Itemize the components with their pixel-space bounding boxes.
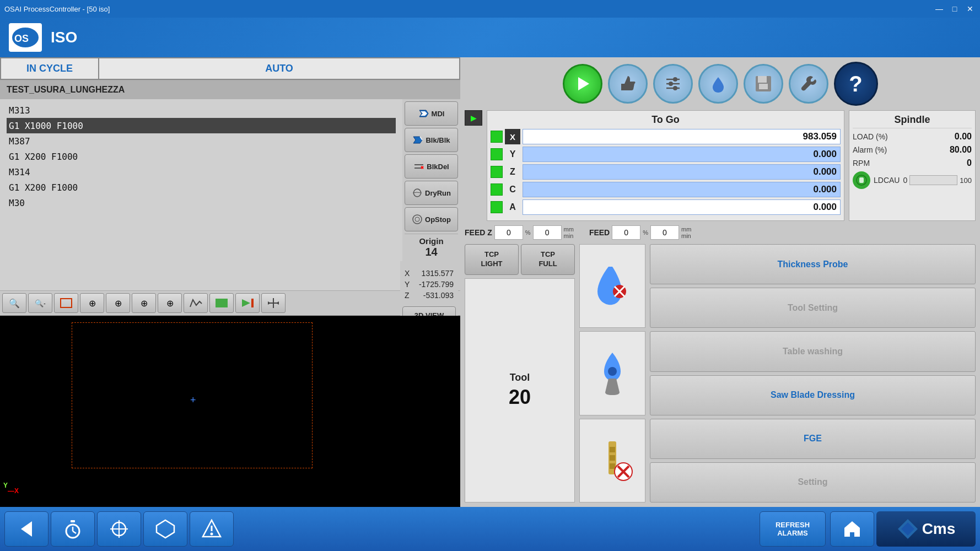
timer-icon	[63, 519, 83, 539]
svg-text:OS: OS	[14, 33, 29, 44]
cross-arrow-button[interactable]	[261, 293, 286, 313]
minimize-button[interactable]: —	[934, 3, 945, 14]
tcp-full-button[interactable]: TCP FULL	[521, 244, 575, 275]
help-button[interactable]: ?	[834, 62, 878, 106]
dry-run-button[interactable]: DryRun	[405, 181, 458, 205]
load-label: LOAD (%)	[853, 132, 888, 141]
close-button[interactable]: ✕	[965, 3, 976, 14]
feed-z-unit: mm min	[564, 226, 574, 239]
feed-val-input[interactable]: 0	[650, 225, 679, 240]
water-drop-button[interactable]	[698, 64, 738, 104]
taskbar: REFRESH ALARMS Cms	[0, 507, 980, 551]
alarm-row: Alarm (%) 80.00	[853, 145, 972, 155]
svg-point-24	[669, 82, 673, 86]
timer-button[interactable]	[51, 511, 95, 547]
thickness-probe-button[interactable]: Thickness Probe	[650, 244, 976, 284]
alert-button[interactable]	[190, 511, 234, 547]
blk-blk-label: Blk/Blk	[426, 136, 450, 144]
rect-select-button[interactable]	[54, 293, 78, 313]
tray-button[interactable]	[143, 511, 187, 547]
spindle-min: 0	[903, 176, 907, 185]
saw-blade-button[interactable]: Saw Blade Dressing	[650, 375, 976, 415]
tool-title: Tool	[510, 372, 530, 383]
rpm-value: 0	[939, 158, 972, 168]
back-button[interactable]	[4, 511, 49, 547]
dro-axis-value: 0.000	[523, 182, 841, 197]
coolant-icon-box[interactable]	[579, 244, 645, 328]
green-fill-button[interactable]	[209, 293, 234, 313]
tool-icon-box[interactable]	[579, 419, 645, 503]
feed-z-pct-input[interactable]: 0	[494, 225, 523, 240]
canvas-area: + Y —X	[0, 316, 460, 507]
main-area: IN CYCLE AUTO TEST_USURA_LUNGHEZZA M313G…	[0, 57, 980, 507]
home-button[interactable]	[830, 511, 874, 547]
op-stop-button[interactable]: OpStop	[405, 207, 458, 231]
blk-del-button[interactable]: BlkDel	[405, 154, 458, 179]
tool-setting-button[interactable]: Tool Setting	[650, 288, 976, 328]
maximize-button[interactable]: □	[949, 3, 960, 14]
fge-button[interactable]: FGE	[650, 419, 976, 459]
zoom-in-button[interactable]: 🔍	[2, 293, 26, 313]
svg-rect-38	[610, 455, 615, 461]
dro-green-indicator	[491, 166, 503, 178]
feed-z-val-input[interactable]: 0	[533, 225, 562, 240]
op-stop-label: OpStop	[425, 215, 451, 224]
pan-button[interactable]: ⊕	[132, 293, 156, 313]
logo-icon: OS	[12, 26, 39, 48]
bottom-panels: TCP LIGHT TCP FULL Tool 20	[465, 244, 976, 503]
svg-rect-7	[414, 168, 421, 169]
home-icon	[842, 519, 862, 539]
feed-pct-input[interactable]: 0	[612, 225, 640, 240]
dro-green-indicator	[491, 201, 503, 213]
refresh-alarms-button[interactable]: REFRESH ALARMS	[760, 511, 826, 547]
wrench-button[interactable]	[789, 64, 828, 104]
play-button[interactable]	[563, 64, 602, 104]
center-button[interactable]: ⊕	[80, 293, 104, 313]
dro-axes: X983.059Y0.000Z0.000C0.000A0.000	[491, 129, 841, 215]
dro-green-indicator	[491, 148, 503, 160]
program-name: TEST_USURA_LUNGHEZZA	[0, 80, 460, 99]
svg-marker-14	[242, 299, 250, 307]
thumbs-up-button[interactable]	[608, 64, 648, 104]
left-content: M313G1 X1000 F1000M387G1 X200 F1000M314G…	[0, 99, 460, 290]
dryrun-icon	[412, 187, 423, 198]
dro-axis-label: C	[505, 185, 520, 195]
top-buttons-row: ?	[465, 62, 976, 106]
svg-point-11	[415, 217, 419, 222]
setting-button[interactable]: Setting	[650, 462, 976, 503]
code-line: G1 X1000 F1000	[7, 118, 396, 133]
settings-sliders-button[interactable]	[653, 64, 693, 104]
code-line: G1 X200 F1000	[7, 149, 396, 164]
table-washing-button[interactable]: Table washing	[650, 331, 976, 371]
floppy-button[interactable]	[744, 64, 783, 104]
titlebar-controls: — □ ✕	[934, 3, 976, 14]
svg-rect-13	[216, 299, 228, 307]
z-coord-value: -531.093	[423, 291, 454, 300]
crosshair-button[interactable]	[97, 511, 141, 547]
arrow-right-button[interactable]	[235, 293, 260, 313]
x-coord-row: X 1315.577	[405, 268, 454, 279]
blk-blk-button[interactable]: Blk/Blk	[405, 128, 458, 152]
mdi-button[interactable]: MDI	[405, 101, 458, 126]
path-button[interactable]	[184, 293, 208, 313]
blk-del-label: BlkDel	[427, 163, 449, 171]
fit-button[interactable]: ⊕	[106, 293, 130, 313]
svg-line-47	[73, 531, 76, 533]
dro-row-x: X983.059	[491, 129, 841, 144]
water-drop-icon	[708, 74, 728, 94]
mdi-label: MDI	[432, 110, 445, 118]
feed-pct-unit: %	[643, 229, 648, 236]
nozzle-icon-box[interactable]	[579, 331, 645, 415]
dro-axis-value: 0.000	[523, 164, 841, 180]
svg-point-35	[608, 367, 617, 376]
tcp-light-button[interactable]: TCP LIGHT	[465, 244, 519, 275]
tray-icon	[155, 519, 175, 539]
zoom-out-button[interactable]: 🔍-	[28, 293, 52, 313]
feed-group: FEED 0 % 0 mm min	[589, 225, 691, 240]
spindle-bar	[909, 175, 957, 185]
canvas-row: + Y —X	[0, 316, 460, 507]
move-button[interactable]: ⊕	[158, 293, 182, 313]
tool-panel: Tool 20	[465, 278, 575, 503]
right-panel: ? ▶ To Go X983.059Y0.000Z0.000C0.000A0.0…	[460, 57, 980, 507]
dro-play-button[interactable]: ▶	[465, 110, 482, 126]
